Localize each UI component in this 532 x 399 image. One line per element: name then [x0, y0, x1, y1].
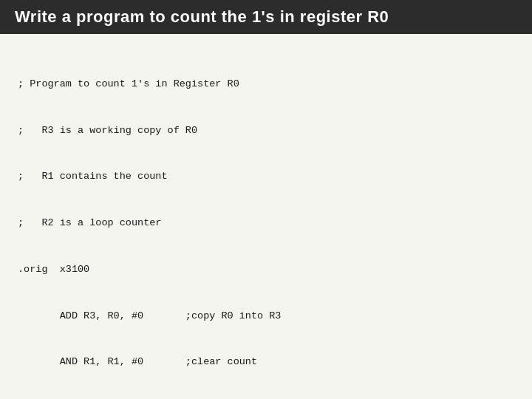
code-line: ; R1 contains the count [18, 169, 514, 185]
slide-content: ; Program to count 1's in Register R0 ; … [0, 34, 532, 399]
code-line: ; Program to count 1's in Register R0 [18, 77, 514, 92]
code-line: .orig x3100 [18, 262, 514, 278]
code-block: ; Program to count 1's in Register R0 ; … [18, 46, 514, 399]
code-line: ; R2 is a loop counter [18, 216, 514, 231]
code-line: ADD R3, R0, #0 ;copy R0 into R3 [18, 309, 514, 324]
header-title: Write a program to count the 1's in regi… [15, 7, 389, 26]
code-line: AND R1, R1, #0 ;clear count [18, 355, 514, 370]
slide: Write a program to count the 1's in regi… [0, 0, 532, 399]
code-line: ; R3 is a working copy of R0 [18, 123, 514, 139]
slide-header: Write a program to count the 1's in regi… [0, 0, 532, 34]
